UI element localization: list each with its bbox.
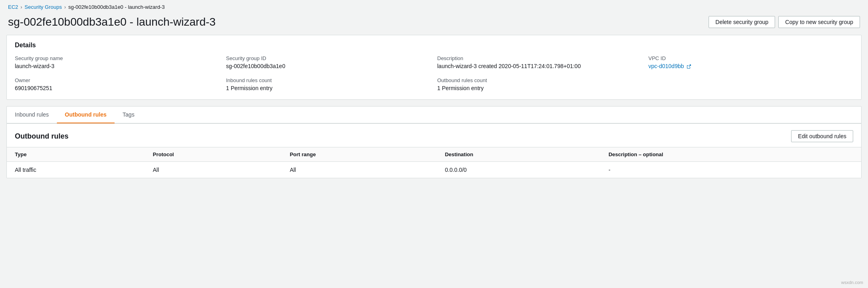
detail-label-sg-name: Security group name bbox=[15, 55, 220, 61]
outbound-rules-table: Type Protocol Port range Destination Des… bbox=[7, 147, 861, 178]
header-actions: Delete security group Copy to new securi… bbox=[709, 16, 860, 28]
details-section-title: Details bbox=[15, 42, 853, 49]
outbound-rules-title: Outbound rules bbox=[15, 132, 68, 141]
edit-outbound-rules-button[interactable]: Edit outbound rules bbox=[791, 130, 853, 142]
detail-inbound-rules-count: Inbound rules count 1 Permission entry bbox=[226, 77, 431, 91]
detail-label-outbound-count: Outbound rules count bbox=[437, 77, 642, 83]
copy-security-group-button[interactable]: Copy to new security group bbox=[778, 16, 860, 28]
cell-destination: 0.0.0.0/0 bbox=[437, 162, 601, 178]
detail-owner: Owner 690190675251 bbox=[15, 77, 220, 91]
tab-content-outbound: Outbound rules Edit outbound rules Type … bbox=[6, 124, 862, 178]
breadcrumb: EC2 › Security Groups › sg-002fe10b00db3… bbox=[0, 0, 868, 12]
detail-value-sg-id: sg-002fe10b00db3a1e0 bbox=[226, 63, 431, 69]
detail-vpc-id: VPC ID vpc-d010d9bb bbox=[648, 55, 853, 69]
detail-label-description: Description bbox=[437, 55, 642, 61]
detail-outbound-rules-count: Outbound rules count 1 Permission entry bbox=[437, 77, 642, 91]
cell-description: - bbox=[600, 162, 861, 178]
breadcrumb-sep-2: › bbox=[64, 4, 66, 10]
detail-value-sg-name: launch-wizard-3 bbox=[15, 63, 220, 69]
tabs-header: Inbound rules Outbound rules Tags bbox=[7, 107, 861, 123]
page-title: sg-002fe10b00db3a1e0 - launch-wizard-3 bbox=[8, 16, 215, 28]
page-wrapper: EC2 › Security Groups › sg-002fe10b00db3… bbox=[0, 0, 868, 178]
detail-value-vpc-id: vpc-d010d9bb bbox=[648, 63, 853, 69]
delete-security-group-button[interactable]: Delete security group bbox=[709, 16, 775, 28]
tab-tags[interactable]: Tags bbox=[115, 107, 143, 123]
detail-value-owner: 690190675251 bbox=[15, 85, 220, 91]
breadcrumb-security-groups[interactable]: Security Groups bbox=[24, 4, 62, 10]
table-header-row: Type Protocol Port range Destination Des… bbox=[7, 147, 861, 162]
detail-value-inbound-count: 1 Permission entry bbox=[226, 85, 431, 91]
col-description: Description – optional bbox=[600, 147, 861, 162]
detail-value-outbound-count: 1 Permission entry bbox=[437, 85, 642, 91]
breadcrumb-current: sg-002fe10b00db3a1e0 - launch-wizard-3 bbox=[68, 4, 165, 10]
tab-inbound-rules[interactable]: Inbound rules bbox=[7, 107, 57, 123]
breadcrumb-ec2[interactable]: EC2 bbox=[8, 4, 18, 10]
breadcrumb-sep-1: › bbox=[20, 4, 22, 10]
detail-label-inbound-count: Inbound rules count bbox=[226, 77, 431, 83]
tab-outbound-rules[interactable]: Outbound rules bbox=[57, 107, 115, 123]
cell-type: All traffic bbox=[7, 162, 145, 178]
cell-protocol: All bbox=[145, 162, 282, 178]
col-port-range: Port range bbox=[282, 147, 437, 162]
detail-label-vpc-id: VPC ID bbox=[648, 55, 853, 61]
vpc-id-link[interactable]: vpc-d010d9bb bbox=[648, 63, 684, 69]
detail-label-owner: Owner bbox=[15, 77, 220, 83]
table-body: All traffic All All 0.0.0.0/0 - bbox=[7, 162, 861, 178]
detail-label-sg-id: Security group ID bbox=[226, 55, 431, 61]
col-type: Type bbox=[7, 147, 145, 162]
outbound-rules-header: Outbound rules Edit outbound rules bbox=[7, 124, 861, 147]
col-protocol: Protocol bbox=[145, 147, 282, 162]
cell-port-range: All bbox=[282, 162, 437, 178]
detail-security-group-id: Security group ID sg-002fe10b00db3a1e0 bbox=[226, 55, 431, 69]
page-header: sg-002fe10b00db3a1e0 - launch-wizard-3 D… bbox=[0, 12, 868, 35]
col-destination: Destination bbox=[437, 147, 601, 162]
tabs-container: Inbound rules Outbound rules Tags bbox=[6, 106, 862, 124]
details-card: Details Security group name launch-wizar… bbox=[6, 35, 862, 100]
detail-description: Description launch-wizard-3 created 2020… bbox=[437, 55, 642, 69]
detail-placeholder bbox=[648, 77, 853, 91]
detail-value-description: launch-wizard-3 created 2020-05-11T17:24… bbox=[437, 63, 642, 69]
details-grid: Security group name launch-wizard-3 Secu… bbox=[15, 55, 853, 91]
table-row: All traffic All All 0.0.0.0/0 - bbox=[7, 162, 861, 178]
detail-security-group-name: Security group name launch-wizard-3 bbox=[15, 55, 220, 69]
external-link-icon bbox=[687, 64, 691, 69]
table-head: Type Protocol Port range Destination Des… bbox=[7, 147, 861, 162]
